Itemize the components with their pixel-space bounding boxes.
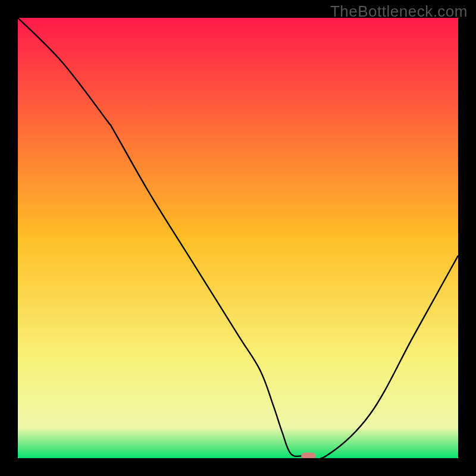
chart-svg <box>18 18 458 458</box>
chart-frame: TheBottleneck.com <box>0 0 476 476</box>
gradient-background <box>18 18 458 458</box>
min-marker <box>301 452 315 458</box>
plot-area <box>18 18 458 458</box>
